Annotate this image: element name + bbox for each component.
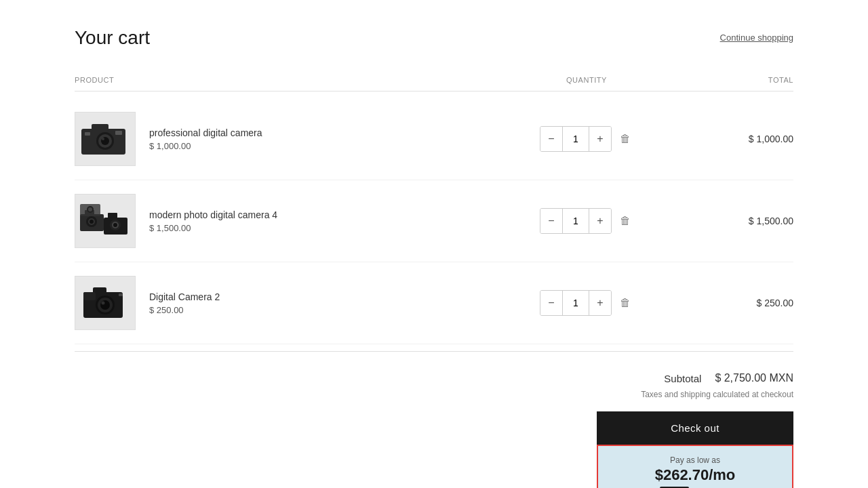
item-image-2 [75,194,136,248]
item-price-3: $ 250.00 [149,305,220,315]
svg-rect-7 [115,131,122,135]
svg-point-27 [102,302,105,305]
delete-item-2[interactable]: 🗑 [617,212,633,230]
subtotal-value: $ 2,750.00 MXN [715,372,793,384]
col-quantity: QUANTITY [502,76,671,84]
subtotal-label: Subtotal [664,373,701,384]
qty-decrease-3[interactable]: − [540,291,562,315]
checkout-button[interactable]: Check out [597,411,793,445]
continue-shopping-link[interactable]: Continue shopping [720,33,793,43]
item-details-1: professional digital camera $ 1,000.00 [149,127,262,151]
svg-rect-14 [108,213,117,218]
item-price-1: $ 1,000.00 [149,141,262,151]
svg-point-20 [88,207,92,211]
col-total: TOTAL [671,76,793,84]
item-details-3: Digital Camera 2 $ 250.00 [149,291,220,315]
qty-increase-1[interactable]: + [589,127,611,151]
qty-input-2[interactable] [562,209,589,233]
item-price-2: $ 1,500.00 [149,223,277,233]
svg-point-5 [102,138,104,140]
svg-point-26 [100,300,110,310]
col-product: PRODUCT [75,76,502,84]
item-info-1: professional digital camera $ 1,000.00 [75,112,502,166]
jifiti-amount: $262.70/mo [606,466,784,484]
qty-input-3[interactable] [562,291,589,315]
delete-item-1[interactable]: 🗑 [617,130,633,148]
item-details-2: modern photo digital camera 4 $ 1,500.00 [149,209,277,233]
svg-rect-28 [119,293,123,296]
item-total-2: $ 1,500.00 [671,216,793,226]
qty-control-1: − + 🗑 [502,126,671,152]
qty-increase-2[interactable]: + [589,209,611,233]
qty-box-2: − + [540,208,612,234]
qty-control-2: − + 🗑 [502,208,671,234]
cart-divider [75,351,793,352]
page-container: Your cart Continue shopping PRODUCT QUAN… [61,0,807,488]
qty-box-1: − + [540,126,612,152]
item-name-1: professional digital camera [149,127,262,138]
cart-item-2: modern photo digital camera 4 $ 1,500.00… [75,180,793,262]
cart-item-1: professional digital camera $ 1,000.00 −… [75,98,793,180]
item-image-1 [75,112,136,166]
jifiti-pay-text: Pay as low as [606,455,784,465]
item-name-2: modern photo digital camera 4 [149,209,277,220]
qty-control-3: − + 🗑 [502,290,671,316]
qty-increase-3[interactable]: + [589,291,611,315]
svg-rect-23 [83,292,96,300]
qty-input-1[interactable] [562,127,589,151]
delete-item-3[interactable]: 🗑 [617,294,633,312]
svg-point-12 [90,220,94,224]
svg-rect-1 [92,124,108,131]
item-image-3 [75,276,136,330]
table-header: PRODUCT QUANTITY TOTAL [75,76,793,92]
svg-point-17 [113,223,117,227]
qty-box-3: − + [540,290,612,316]
item-info-3: Digital Camera 2 $ 250.00 [75,276,502,330]
jifiti-widget: Pay as low as $262.70/mo with Jifiti Che… [597,445,793,488]
subtotal-row: Subtotal $ 2,750.00 MXN [664,372,793,384]
item-total-3: $ 250.00 [671,298,793,308]
svg-rect-6 [85,132,90,136]
page-title: Your cart [75,27,150,49]
header: Your cart Continue shopping [75,27,793,49]
checkout-section: Check out Pay as low as $262.70/mo with … [597,411,793,488]
tax-note: Taxes and shipping calculated at checkou… [641,390,793,399]
cart-footer: Subtotal $ 2,750.00 MXN Taxes and shippi… [75,372,793,488]
item-total-1: $ 1,000.00 [671,134,793,144]
qty-decrease-1[interactable]: − [540,127,562,151]
qty-decrease-2[interactable]: − [540,209,562,233]
item-info-2: modern photo digital camera 4 $ 1,500.00 [75,194,502,248]
item-name-3: Digital Camera 2 [149,291,220,302]
cart-item-3: Digital Camera 2 $ 250.00 − + 🗑 $ 250.00 [75,262,793,344]
